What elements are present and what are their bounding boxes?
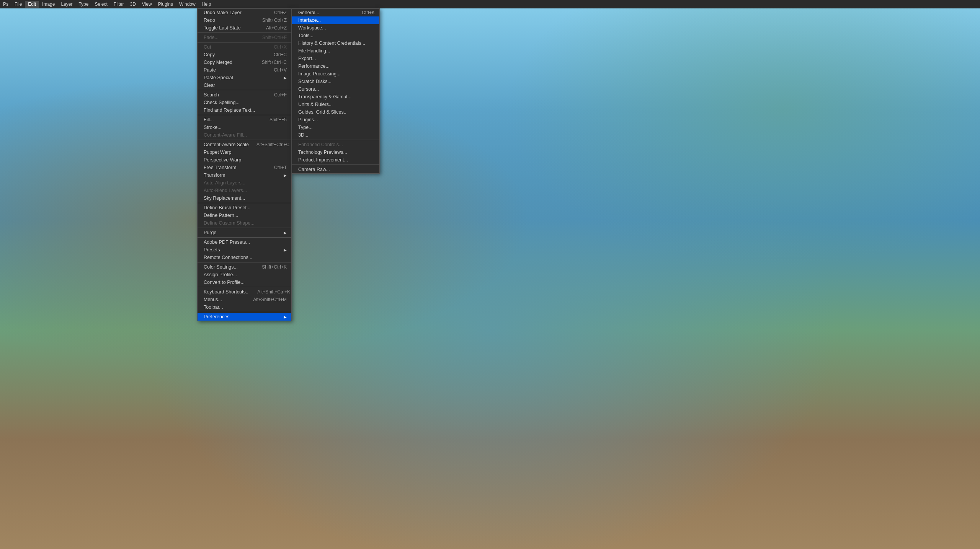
menu-transform[interactable]: Transform ▶ <box>198 171 291 179</box>
menu-clear[interactable]: Clear <box>198 81 291 89</box>
menu-stroke[interactable]: Stroke... <box>198 124 291 131</box>
pref-export[interactable]: Export... <box>292 55 379 62</box>
menubar-plugins[interactable]: Plugins <box>155 1 176 8</box>
menu-perspective-warp[interactable]: Perspective Warp <box>198 156 291 164</box>
menu-redo[interactable]: Redo Shift+Ctrl+Z <box>198 16 291 24</box>
pref-transparency-gamut[interactable]: Transparency & Gamut... <box>292 93 379 101</box>
menu-paste[interactable]: Paste Ctrl+V <box>198 66 291 74</box>
pref-workspace[interactable]: Workspace... <box>292 24 379 32</box>
pref-camera-raw[interactable]: Camera Raw... <box>292 166 379 173</box>
pref-performance[interactable]: Performance... <box>292 62 379 70</box>
menu-fill[interactable]: Fill... Shift+F5 <box>198 116 291 124</box>
pref-3d[interactable]: 3D... <box>292 131 379 139</box>
edit-menu-dropdown: Undo Make Layer Ctrl+Z Redo Shift+Ctrl+Z… <box>197 8 292 321</box>
menu-copy-merged[interactable]: Copy Merged Shift+Ctrl+C <box>198 59 291 66</box>
menu-cut[interactable]: Cut Ctrl+X <box>198 43 291 51</box>
menubar-help[interactable]: Help <box>199 1 214 8</box>
pref-general[interactable]: General... Ctrl+K <box>292 9 379 16</box>
preferences-arrow: ▶ <box>284 315 287 319</box>
menubar-ps[interactable]: Ps <box>0 1 11 8</box>
menu-auto-align[interactable]: Auto-Align Layers... <box>198 179 291 187</box>
separator-10 <box>198 287 291 287</box>
menubar-view[interactable]: View <box>139 1 155 8</box>
menu-check-spelling[interactable]: Check Spelling... <box>198 99 291 106</box>
pref-separator-1 <box>292 140 379 140</box>
menu-assign-profile[interactable]: Assign Profile... <box>198 271 291 279</box>
separator-1 <box>198 33 291 33</box>
pref-history[interactable]: History & Content Credentials... <box>292 39 379 47</box>
separator-9 <box>198 262 291 262</box>
menu-preferences[interactable]: Preferences ▶ <box>198 313 291 321</box>
pref-type[interactable]: Type... <box>292 124 379 131</box>
separator-11 <box>198 312 291 312</box>
pref-units-rulers[interactable]: Units & Rulers... <box>292 101 379 108</box>
pref-file-handling[interactable]: File Handling... <box>292 47 379 55</box>
menu-copy[interactable]: Copy Ctrl+C <box>198 51 291 59</box>
separator-2 <box>198 42 291 42</box>
menu-content-aware-scale[interactable]: Content-Aware Scale Alt+Shift+Ctrl+C <box>198 141 291 148</box>
menu-free-transform[interactable]: Free Transform Ctrl+T <box>198 164 291 171</box>
pref-cursors[interactable]: Cursors... <box>292 85 379 93</box>
separator-4 <box>198 115 291 115</box>
pref-guides-grid[interactable]: Guides, Grid & Slices... <box>292 108 379 116</box>
separator-6 <box>198 203 291 203</box>
menu-toggle-last-state[interactable]: Toggle Last State Alt+Ctrl+Z <box>198 24 291 32</box>
menu-fade[interactable]: Fade... Shift+Ctrl+F <box>198 34 291 41</box>
purge-arrow: ▶ <box>284 231 287 235</box>
pref-technology-previews[interactable]: Technology Previews... <box>292 148 379 156</box>
menu-color-settings[interactable]: Color Settings... Shift+Ctrl+K <box>198 263 291 271</box>
menu-adobe-pdf[interactable]: Adobe PDF Presets... <box>198 238 291 246</box>
menu-bar: Ps File Edit Image Layer Type Select Fil… <box>0 0 980 8</box>
separator-5 <box>198 140 291 140</box>
presets-arrow: ▶ <box>284 248 287 252</box>
menu-presets[interactable]: Presets ▶ <box>198 246 291 254</box>
menubar-layer[interactable]: Layer <box>58 1 75 8</box>
separator-8 <box>198 237 291 238</box>
menu-paste-special[interactable]: Paste Special ▶ <box>198 74 291 81</box>
menu-define-pattern[interactable]: Define Pattern... <box>198 212 291 219</box>
menu-auto-blend[interactable]: Auto-Blend Layers... <box>198 187 291 194</box>
menu-toolbar[interactable]: Toolbar... <box>198 303 291 311</box>
menu-undo[interactable]: Undo Make Layer Ctrl+Z <box>198 9 291 16</box>
pref-interface[interactable]: Interface... <box>292 16 379 24</box>
menu-find-replace[interactable]: Find and Replace Text... <box>198 106 291 114</box>
paste-special-arrow: ▶ <box>284 76 287 80</box>
menu-search[interactable]: Search Ctrl+F <box>198 91 291 99</box>
menubar-filter[interactable]: Filter <box>111 1 127 8</box>
menubar-file[interactable]: File <box>11 1 25 8</box>
pref-separator-2 <box>292 165 379 165</box>
background <box>0 0 980 549</box>
menu-menus[interactable]: Menus... Alt+Shift+Ctrl+M <box>198 296 291 303</box>
pref-product-improvement[interactable]: Product Improvement... <box>292 156 379 164</box>
pref-plugins[interactable]: Plugins... <box>292 116 379 124</box>
separator-3 <box>198 90 291 90</box>
menubar-3d[interactable]: 3D <box>127 1 139 8</box>
menu-remote-connections[interactable]: Remote Connections... <box>198 254 291 261</box>
menu-sky-replacement[interactable]: Sky Replacement... <box>198 194 291 202</box>
menu-define-custom-shape[interactable]: Define Custom Shape... <box>198 219 291 227</box>
pref-tools[interactable]: Tools... <box>292 32 379 39</box>
menubar-image[interactable]: Image <box>39 1 58 8</box>
menubar-edit[interactable]: Edit <box>25 1 39 8</box>
pref-image-processing[interactable]: Image Processing... <box>292 70 379 78</box>
menu-define-brush[interactable]: Define Brush Preset... <box>198 204 291 212</box>
preferences-submenu: General... Ctrl+K Interface... Workspace… <box>292 8 380 174</box>
menu-puppet-warp[interactable]: Puppet Warp <box>198 148 291 156</box>
pref-enhanced-controls[interactable]: Enhanced Controls... <box>292 141 379 148</box>
menu-convert-profile[interactable]: Convert to Profile... <box>198 279 291 286</box>
separator-7 <box>198 228 291 228</box>
menu-keyboard-shortcuts[interactable]: Keyboard Shortcuts... Alt+Shift+Ctrl+K <box>198 288 291 296</box>
menu-content-aware-fill[interactable]: Content-Aware Fill... <box>198 131 291 139</box>
menubar-type[interactable]: Type <box>75 1 91 8</box>
menu-purge[interactable]: Purge ▶ <box>198 229 291 236</box>
transform-arrow: ▶ <box>284 173 287 178</box>
pref-scratch-disks[interactable]: Scratch Disks... <box>292 78 379 85</box>
menubar-select[interactable]: Select <box>91 1 110 8</box>
menubar-window[interactable]: Window <box>176 1 199 8</box>
